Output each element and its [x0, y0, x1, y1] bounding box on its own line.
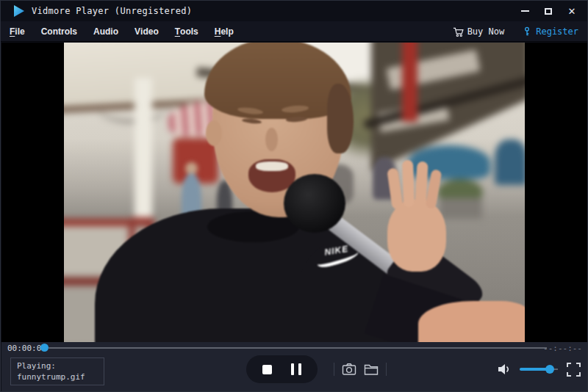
volume-fill [520, 368, 548, 371]
camera-icon [342, 363, 356, 376]
open-snapshot-folder-button[interactable] [364, 363, 379, 376]
video-stage: NIKE [1, 43, 588, 342]
titlebar: Vidmore Player (Unregistered) ✕ [1, 1, 587, 21]
volume-slider[interactable] [520, 365, 558, 374]
interviewer-hand [418, 301, 525, 342]
total-time: --:--:-- [543, 344, 582, 353]
fullscreen-button[interactable] [567, 363, 581, 377]
control-bar: 00:00:00 --:--:-- Playing: funnytrump.gi… [1, 342, 588, 392]
minimize-icon [521, 10, 529, 12]
close-icon: ✕ [568, 7, 576, 16]
menubar: File Controls Audio Video Tools Help Buy… [1, 21, 587, 42]
close-button[interactable]: ✕ [564, 3, 580, 19]
progress-handle[interactable] [40, 344, 49, 352]
app-logo-play-icon [13, 5, 24, 17]
divider [386, 363, 387, 376]
playing-label: Playing: [17, 360, 98, 371]
video-frame[interactable]: NIKE [64, 43, 525, 342]
cart-icon [453, 26, 464, 37]
menu-file[interactable]: File [1, 21, 33, 42]
window-title: Vidmore Player (Unregistered) [32, 6, 192, 16]
divider [334, 363, 334, 376]
mute-button[interactable] [498, 363, 511, 375]
maximize-icon [545, 8, 552, 15]
progress-bar[interactable] [49, 347, 547, 349]
fullscreen-icon [567, 363, 581, 377]
playback-controls [246, 355, 318, 383]
stop-icon [262, 365, 272, 374]
maximize-button[interactable] [540, 3, 556, 19]
pause-button[interactable] [291, 363, 301, 375]
stop-button[interactable] [262, 365, 272, 374]
speaker-icon [498, 363, 511, 375]
raised-hand [387, 200, 446, 272]
player-window: Vidmore Player (Unregistered) ✕ File Con… [0, 0, 588, 392]
menu-audio[interactable]: Audio [85, 21, 126, 42]
playing-filename: funnytrump.gif [17, 371, 98, 382]
menu-video[interactable]: Video [126, 21, 167, 42]
menu-controls[interactable]: Controls [33, 21, 85, 42]
minimize-button[interactable] [517, 3, 533, 19]
snapshot-button[interactable] [342, 363, 356, 376]
menu-tools[interactable]: Tools [167, 21, 207, 42]
buy-now-link[interactable]: Buy Now [453, 26, 505, 37]
menu-help[interactable]: Help [207, 21, 242, 42]
pause-icon [291, 363, 301, 375]
volume-handle[interactable] [545, 365, 554, 374]
now-playing-box: Playing: funnytrump.gif [10, 357, 104, 385]
microphone-foam [284, 174, 345, 233]
folder-icon [364, 363, 379, 376]
video-scene-foreground: NIKE [64, 43, 525, 342]
register-link[interactable]: Register [522, 26, 578, 37]
key-icon [522, 26, 532, 37]
